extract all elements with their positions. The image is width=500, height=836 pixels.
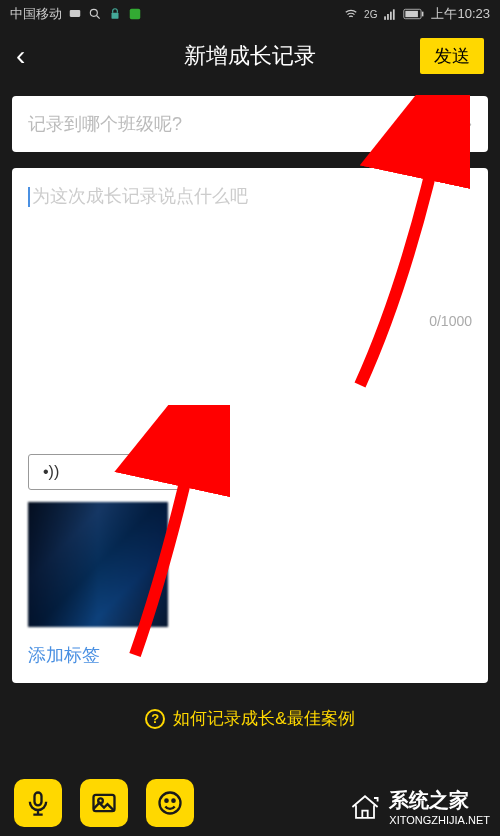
- carrier-label: 中国移动: [10, 5, 62, 23]
- app-icon: [128, 7, 142, 21]
- help-text: 如何记录成长&最佳案例: [173, 707, 354, 730]
- send-button[interactable]: 发送: [420, 38, 484, 74]
- smile-icon: [156, 789, 184, 817]
- add-tag-link[interactable]: 添加标签: [28, 643, 472, 667]
- battery-icon: [403, 7, 425, 21]
- svg-rect-7: [393, 9, 395, 19]
- question-icon: ?: [145, 709, 165, 729]
- svg-rect-9: [406, 11, 419, 17]
- char-counter: 0/1000: [429, 313, 472, 329]
- svg-rect-10: [422, 12, 424, 17]
- signal-icon: [383, 7, 397, 21]
- back-button[interactable]: ‹: [16, 40, 25, 72]
- svg-point-14: [160, 793, 181, 814]
- network-tag: 2G: [364, 9, 377, 20]
- wifi-icon: [344, 7, 358, 21]
- page-title: 新增成长记录: [184, 41, 316, 71]
- status-bar: 中国移动 2G 上午10:23: [0, 0, 500, 28]
- bottom-toolbar: 系统之家 XITONGZHIJIA.NET: [0, 770, 500, 836]
- chevron-right-icon: ›: [465, 111, 472, 137]
- voice-duration: 5": [158, 463, 173, 481]
- svg-point-16: [172, 800, 174, 802]
- svg-point-1: [90, 9, 97, 16]
- svg-rect-5: [388, 14, 390, 20]
- svg-rect-0: [70, 10, 81, 17]
- svg-rect-4: [385, 16, 387, 20]
- svg-rect-11: [35, 793, 42, 806]
- watermark-title: 系统之家: [389, 787, 469, 814]
- voice-record-button[interactable]: [14, 779, 62, 827]
- image-icon: [90, 789, 118, 817]
- chat-icon: [68, 7, 82, 21]
- voice-clip[interactable]: •)) 5": [28, 454, 188, 490]
- header: ‹ 新增成长记录 发送: [0, 28, 500, 84]
- help-link[interactable]: ? 如何记录成长&最佳案例: [0, 707, 500, 730]
- status-right: 2G 上午10:23: [344, 5, 490, 23]
- image-button[interactable]: [80, 779, 128, 827]
- house-icon: [347, 789, 383, 825]
- class-placeholder: 记录到哪个班级呢?: [28, 112, 182, 136]
- status-left: 中国移动: [10, 5, 142, 23]
- lock-icon: [108, 7, 122, 21]
- content-card: 为这次成长记录说点什么吧 0/1000 •)) 5" 添加标签: [12, 168, 488, 683]
- content-textarea[interactable]: 为这次成长记录说点什么吧: [28, 184, 472, 304]
- emoji-button[interactable]: [146, 779, 194, 827]
- search-icon: [88, 7, 102, 21]
- text-cursor: [28, 187, 30, 207]
- watermark: 系统之家 XITONGZHIJIA.NET: [347, 787, 490, 826]
- class-selector[interactable]: 记录到哪个班级呢? ›: [12, 96, 488, 152]
- watermark-url: XITONGZHIJIA.NET: [389, 814, 490, 826]
- svg-rect-2: [112, 13, 119, 19]
- svg-point-15: [165, 800, 167, 802]
- svg-rect-3: [130, 9, 141, 20]
- content-placeholder: 为这次成长记录说点什么吧: [32, 186, 248, 206]
- time-label: 上午10:23: [431, 5, 490, 23]
- attached-image-thumbnail[interactable]: [28, 502, 168, 627]
- svg-rect-6: [390, 12, 392, 20]
- sound-wave-icon: •)): [43, 463, 59, 481]
- microphone-icon: [24, 789, 52, 817]
